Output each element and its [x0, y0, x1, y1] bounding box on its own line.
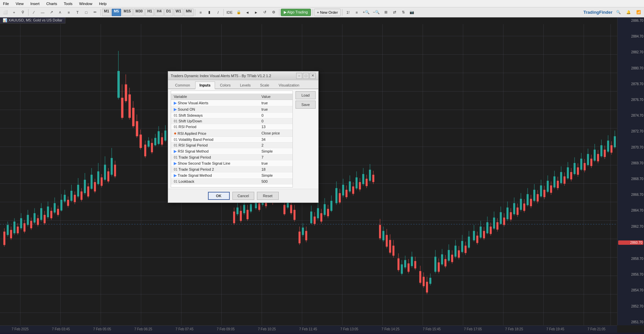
menu-charts[interactable]: Charts	[45, 1, 58, 6]
depth-btn[interactable]: ≡	[353, 8, 361, 16]
table-row[interactable]: 01 Trade Signal Period 7	[171, 155, 292, 160]
table-row[interactable]: 01 Shift Sideways 0	[171, 113, 292, 118]
load-button[interactable]: Load	[296, 91, 316, 99]
refresh-btn[interactable]: ↺	[261, 8, 269, 16]
table-row[interactable]: 01 Volatility Band Period 34	[171, 137, 292, 143]
tf-m30[interactable]: M30	[133, 9, 145, 16]
grid-btn[interactable]: ⊞	[382, 8, 390, 16]
ok-button[interactable]: OK	[208, 192, 230, 200]
menu-view[interactable]: View	[14, 1, 25, 6]
reset-button[interactable]: Reset	[257, 192, 279, 200]
screenshot-btn[interactable]: 📷	[408, 8, 416, 16]
lock-btn[interactable]: 🔒	[235, 8, 243, 16]
tab-common[interactable]: Common	[171, 81, 195, 89]
menu-help[interactable]: Help	[98, 1, 108, 6]
save-button[interactable]: Save	[296, 101, 316, 109]
number-icon: 01	[174, 180, 177, 183]
algo-trading-button[interactable]: ▶ Algo Trading	[281, 9, 311, 16]
line-tool[interactable]: ∕	[30, 8, 38, 16]
cursor-tool[interactable]: ⬜	[1, 8, 9, 16]
col-variable: Variable	[171, 94, 259, 100]
tab-scale[interactable]: Scale	[256, 81, 274, 89]
zoom-out-btn[interactable]: −🔍	[372, 8, 381, 16]
dialog-title: Traders Dynamic Index Visual Alerts MT5 …	[171, 74, 296, 78]
back-btn[interactable]: ◄	[244, 8, 252, 16]
table-row[interactable]: ▶ Trade Signal Method Simple	[171, 172, 292, 179]
dialog-content: Variable Value ▶ Show Visual Alerts true…	[168, 89, 318, 189]
hline-tool[interactable]: —	[39, 8, 47, 16]
tf-d1[interactable]: D1	[164, 9, 173, 16]
table-row[interactable]: 01 Lookback 500	[171, 179, 292, 184]
menu-insert[interactable]: Insert	[29, 1, 41, 6]
dialog: Traders Dynamic Index Visual Alerts MT5 …	[168, 71, 319, 203]
channel-tool[interactable]: ⋏	[56, 8, 64, 16]
cancel-button[interactable]: Cancel	[232, 192, 254, 200]
table-row[interactable]: ▶ RSI Signal Method Simple	[171, 148, 292, 155]
variable-cell: 01 Volatility Band Period	[171, 137, 259, 143]
number-icon: 01	[174, 144, 177, 147]
dialog-maximize-button[interactable]: □	[303, 73, 309, 79]
tf-mn[interactable]: MN	[184, 9, 194, 16]
sep3	[195, 9, 195, 16]
number-icon: 01	[174, 168, 177, 171]
indicator-btn[interactable]: IDE	[225, 8, 234, 16]
variable-cell: ▶ Show Second Trade Signal Line	[171, 160, 259, 167]
zoom-in-btn[interactable]: +🔍	[361, 8, 371, 16]
one-click-btn[interactable]: 1!	[344, 8, 352, 16]
shape-tool[interactable]: □	[82, 8, 90, 16]
brand-logo: TradingFinder	[583, 10, 612, 15]
scroll-btn[interactable]: ⇄	[390, 8, 398, 16]
value-cell: Close price	[259, 130, 292, 137]
crosshair-tool[interactable]: +	[10, 8, 18, 16]
menu-window[interactable]: Window	[78, 1, 94, 6]
table-row[interactable]: 01 RSI Period 13	[171, 124, 292, 130]
dialog-close-button[interactable]: ✕	[310, 73, 316, 79]
tf-h1[interactable]: H1	[145, 9, 154, 16]
fwd-btn[interactable]: ►	[252, 8, 260, 16]
variable-cell: ▶ Trade Signal Method	[171, 172, 259, 179]
table-row[interactable]: ▶ Sound ON true	[171, 106, 292, 113]
value-cell: 500	[259, 179, 292, 184]
table-row[interactable]: ▶ Show Second Trade Signal Line true	[171, 160, 292, 167]
dialog-minimize-button[interactable]: −	[296, 73, 302, 79]
zoom-tool[interactable]: ⚲	[19, 8, 27, 16]
dialog-titlebar: Traders Dynamic Index Visual Alerts MT5 …	[168, 71, 318, 80]
pencil-tool[interactable]: ✏	[91, 8, 99, 16]
tab-visualization[interactable]: Visualization	[274, 81, 304, 89]
menu-file[interactable]: File	[2, 1, 10, 6]
tab-inputs[interactable]: Inputs	[195, 81, 215, 89]
search-btn[interactable]: 🔍	[614, 8, 623, 16]
dot-icon: ●	[174, 130, 176, 136]
options-btn[interactable]: ⚙	[270, 8, 278, 16]
text-tool[interactable]: T	[73, 8, 82, 16]
sep4	[223, 9, 224, 16]
autoscroll-btn[interactable]: ⇅	[399, 8, 407, 16]
trend-tool[interactable]: ↗	[47, 8, 55, 16]
tab-colors[interactable]: Colors	[216, 81, 235, 89]
bell-btn[interactable]: 🔔	[625, 8, 633, 16]
arrow-icon: ▶	[174, 173, 177, 178]
tab-levels[interactable]: Levels	[235, 81, 255, 89]
table-row[interactable]: 01 Shift Up/Down 0	[171, 118, 292, 124]
tf-m5[interactable]: M5	[112, 9, 121, 16]
table-row[interactable]: ● RSI Applied Price Close price	[171, 130, 292, 137]
tf-m1[interactable]: M1	[102, 9, 111, 16]
table-row[interactable]: 01 RSI Signal Period 2	[171, 143, 292, 148]
sep5	[279, 9, 279, 16]
tf-w1[interactable]: W1	[174, 9, 183, 16]
variable-cell: 01 Lookback	[171, 179, 259, 184]
value-cell: 18	[259, 167, 292, 172]
new-order-button[interactable]: + New Order	[314, 9, 341, 16]
fib-tool[interactable]: ≡	[65, 8, 73, 16]
chart-type-candle[interactable]: ▮	[205, 8, 213, 16]
signal-btn[interactable]: 📶	[635, 8, 643, 16]
menu-tools[interactable]: Tools	[62, 1, 74, 6]
variable-cell: ● RSI Applied Price	[171, 130, 259, 137]
table-row[interactable]: ▶ Show Visual Alerts true	[171, 100, 292, 106]
arrow-icon: ▶	[174, 161, 177, 166]
chart-type-line[interactable]: /	[214, 8, 222, 16]
table-row[interactable]: 01 Trade Signal Period 2 18	[171, 167, 292, 172]
chart-type-bar[interactable]: ≡	[197, 8, 205, 16]
tf-m15[interactable]: M15	[122, 9, 133, 16]
tf-h4[interactable]: H4	[155, 9, 163, 16]
